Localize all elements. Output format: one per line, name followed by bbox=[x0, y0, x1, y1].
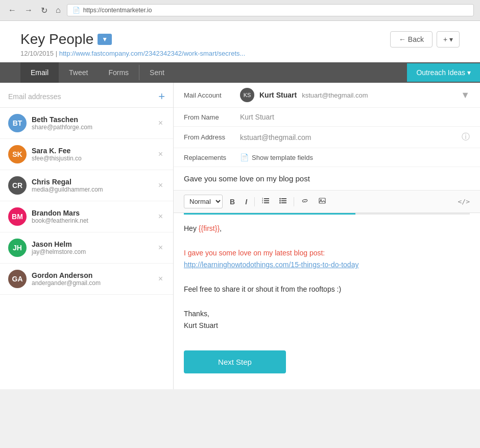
outreach-ideas-button[interactable]: Outreach Ideas ▾ bbox=[407, 63, 480, 82]
contact-name: Beth Taschen bbox=[32, 115, 156, 124]
subject-row[interactable]: Gave you some love on my blog post bbox=[174, 167, 480, 191]
main-content: Email addresses + BT Beth Taschen share@… bbox=[0, 83, 480, 389]
svg-text:3: 3 bbox=[262, 201, 263, 204]
list-item: GA Gordon Anderson andergander@gmail.com… bbox=[0, 264, 173, 295]
email-line2: Feel free to share it or shout it from t… bbox=[184, 284, 470, 296]
bottom-actions: Next Step bbox=[174, 340, 480, 384]
contact-info: Beth Taschen share@pathforge.com bbox=[32, 115, 156, 131]
page-subtitle: 12/10/2015 | http://www.fastcompany.com/… bbox=[20, 50, 245, 57]
show-template-fields-button[interactable]: 📄 Show template fields bbox=[240, 153, 313, 161]
svg-rect-1 bbox=[264, 200, 269, 201]
browser-chrome: ← → ↻ ⌂ 📄 https://contentmarketer.io bbox=[0, 0, 480, 21]
title-text: Key People bbox=[20, 31, 93, 48]
tab-email[interactable]: Email bbox=[20, 62, 59, 83]
left-panel: Email addresses + BT Beth Taschen share@… bbox=[0, 83, 174, 389]
reload-button[interactable]: ↻ bbox=[39, 5, 50, 16]
format-select[interactable]: Normal bbox=[184, 195, 223, 208]
template-icon: 📄 bbox=[240, 153, 249, 161]
code-view-button[interactable]: </> bbox=[458, 198, 470, 205]
unordered-list-button[interactable] bbox=[276, 195, 290, 208]
replacements-row: Replacements 📄 Show template fields bbox=[174, 148, 480, 167]
email-addresses-header: Email addresses + bbox=[0, 83, 173, 108]
next-step-button[interactable]: Next Step bbox=[184, 350, 286, 373]
article-link[interactable]: http://www.fastcompany.com/2342342342/wo… bbox=[59, 50, 246, 57]
bold-button[interactable]: B bbox=[227, 196, 238, 208]
remove-contact-button[interactable]: × bbox=[156, 119, 165, 128]
title-dropdown-button[interactable]: ▼ bbox=[98, 34, 112, 45]
link-button[interactable] bbox=[298, 195, 311, 208]
list-item: SK Sara K. Fee sfee@thisjustin.co × bbox=[0, 139, 173, 170]
template-var-first: {{first}} bbox=[199, 224, 220, 232]
lock-icon: 📄 bbox=[73, 7, 80, 14]
mail-account-row: Mail Account KS Kurt Stuart kstuart@theg… bbox=[174, 83, 480, 108]
contact-info: Brandon Mars book@featherink.net bbox=[32, 209, 156, 224]
blog-link[interactable]: http://learninghowtodothings.com/15-thin… bbox=[184, 261, 358, 269]
svg-rect-2 bbox=[264, 202, 269, 203]
contact-name: Gordon Anderson bbox=[32, 271, 156, 279]
mail-avatar: KS bbox=[240, 88, 254, 102]
from-address-label: From Address bbox=[184, 133, 240, 141]
url-bar[interactable]: 📄 https://contentmarketer.io bbox=[67, 4, 474, 16]
from-name-value[interactable]: Kurt Stuart bbox=[240, 113, 470, 121]
subject-text: Gave you some love on my blog post bbox=[184, 174, 310, 183]
email-addresses-placeholder: Email addresses bbox=[8, 92, 61, 101]
svg-rect-6 bbox=[281, 198, 286, 199]
add-button[interactable]: + ▾ bbox=[437, 31, 460, 48]
ordered-list-button[interactable]: 1 2 3 bbox=[259, 195, 272, 208]
list-item: JH Jason Helm jay@helmstore.com × bbox=[0, 232, 173, 264]
back-nav-button[interactable]: ← bbox=[6, 5, 18, 16]
mail-dropdown-icon[interactable]: ▼ bbox=[461, 90, 470, 101]
list-item: BT Beth Taschen share@pathforge.com × bbox=[0, 108, 173, 139]
toolbar-divider bbox=[254, 197, 255, 206]
back-button[interactable]: ← Back bbox=[390, 31, 433, 48]
remove-contact-button[interactable]: × bbox=[156, 243, 165, 252]
remove-contact-button[interactable]: × bbox=[156, 212, 165, 221]
tab-forms[interactable]: Forms bbox=[98, 62, 139, 83]
forward-nav-button[interactable]: → bbox=[22, 5, 35, 16]
date-text: 12/10/2015 bbox=[20, 50, 54, 57]
remove-contact-button[interactable]: × bbox=[156, 274, 165, 284]
tab-sent[interactable]: Sent bbox=[139, 62, 175, 83]
from-address-row: From Address kstuart@thegmail.com ⓘ bbox=[174, 127, 480, 148]
mail-account-label: Mail Account bbox=[184, 91, 240, 99]
contact-email: media@guildhammer.com bbox=[32, 186, 156, 193]
contact-email: jay@helmstore.com bbox=[32, 248, 156, 255]
home-button[interactable]: ⌂ bbox=[54, 5, 63, 16]
svg-point-11 bbox=[279, 202, 281, 204]
editor-content[interactable]: Hey {{first}}, I gave you some love on m… bbox=[174, 215, 480, 340]
contact-info: Gordon Anderson andergander@gmail.com bbox=[32, 271, 156, 287]
avatar: SK bbox=[8, 145, 27, 163]
email-signature: Kurt Stuart bbox=[184, 320, 470, 332]
contact-name: Jason Helm bbox=[32, 240, 156, 248]
contact-email: andergander@gmail.com bbox=[32, 279, 156, 287]
contact-name: Sara K. Fee bbox=[32, 147, 156, 155]
list-item: BM Brandon Mars book@featherink.net × bbox=[0, 201, 173, 232]
image-button[interactable] bbox=[316, 195, 329, 208]
tab-bar: Email Tweet Forms Sent Outreach Ideas ▾ bbox=[0, 62, 480, 83]
svg-rect-7 bbox=[281, 200, 286, 201]
avatar: GA bbox=[8, 270, 27, 288]
avatar: BM bbox=[8, 207, 27, 226]
add-email-button[interactable]: + bbox=[158, 91, 165, 102]
remove-contact-button[interactable]: × bbox=[156, 181, 165, 190]
contact-name: Chris Regal bbox=[32, 178, 156, 186]
contact-email: sfee@thisjustin.co bbox=[32, 155, 156, 162]
avatar: BT bbox=[8, 114, 27, 132]
avatar: JH bbox=[8, 239, 27, 257]
mail-account-name: Kurt Stuart bbox=[259, 91, 297, 99]
right-panel: Mail Account KS Kurt Stuart kstuart@theg… bbox=[174, 83, 480, 389]
remove-contact-button[interactable]: × bbox=[156, 150, 165, 159]
contact-info: Chris Regal media@guildhammer.com bbox=[32, 178, 156, 193]
email-closing: Thanks, bbox=[184, 308, 470, 320]
page-header: Key People ▼ 12/10/2015 | http://www.fas… bbox=[0, 21, 480, 62]
contact-email: share@pathforge.com bbox=[32, 124, 156, 131]
page-content: Key People ▼ 12/10/2015 | http://www.fas… bbox=[0, 21, 480, 389]
list-item: CR Chris Regal media@guildhammer.com × bbox=[0, 170, 173, 201]
replacements-label: Replacements bbox=[184, 154, 240, 161]
editor-toolbar: Normal B I 1 2 3 bbox=[174, 191, 480, 213]
tab-tweet[interactable]: Tweet bbox=[59, 62, 98, 83]
contact-email: book@featherink.net bbox=[32, 217, 156, 224]
title-area: Key People ▼ 12/10/2015 | http://www.fas… bbox=[20, 31, 245, 57]
from-address-value[interactable]: kstuart@thegmail.com bbox=[240, 133, 458, 142]
italic-button[interactable]: I bbox=[242, 196, 250, 208]
